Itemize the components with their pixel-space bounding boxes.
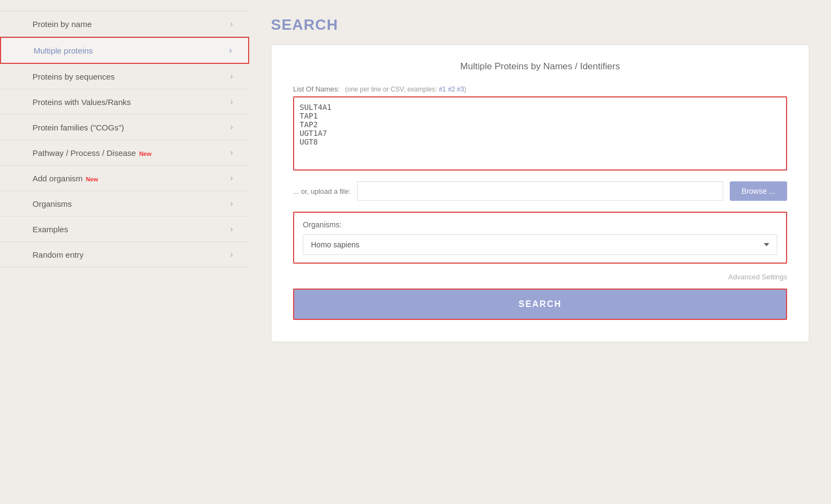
- sidebar-item-label: Proteins with Values/Ranks: [33, 97, 131, 107]
- chevron-right-icon: ›: [230, 122, 233, 132]
- names-label: List Of Names:: [293, 85, 340, 93]
- chevron-right-icon: ›: [230, 199, 233, 208]
- new-badge: New: [86, 176, 99, 182]
- names-textarea[interactable]: SULT4A1 TAP1 TAP2 UGT1A7 UGT8: [294, 97, 786, 168]
- advanced-settings-link[interactable]: Advanced Settings: [729, 273, 787, 281]
- sidebar-item-random-entry[interactable]: Random entry ›: [0, 242, 249, 267]
- search-card: Multiple Proteins by Names / Identifiers…: [271, 44, 809, 342]
- chevron-right-icon: ›: [229, 45, 232, 55]
- sidebar-item-label: Random entry: [33, 250, 83, 259]
- main-content: SEARCH Multiple Proteins by Names / Iden…: [249, 0, 831, 504]
- chevron-right-icon: ›: [230, 173, 233, 183]
- organisms-section: Organisms: Homo sapiens: [293, 212, 787, 264]
- sidebar: Protein by name › Multiple proteins › Pr…: [0, 0, 249, 504]
- sidebar-item-proteins-by-sequences[interactable]: Proteins by sequences ›: [0, 64, 249, 89]
- sidebar-item-label: Organisms: [33, 199, 72, 208]
- sidebar-item-organisms[interactable]: Organisms ›: [0, 191, 249, 217]
- organisms-select[interactable]: Homo sapiens: [303, 234, 777, 255]
- sidebar-item-protein-by-name[interactable]: Protein by name ›: [0, 11, 249, 37]
- chevron-right-icon: ›: [230, 19, 233, 29]
- sidebar-item-label: Proteins by sequences: [33, 72, 115, 81]
- new-badge: New: [139, 150, 152, 157]
- card-subtitle: Multiple Proteins by Names / Identifiers: [293, 61, 787, 72]
- page-title: SEARCH: [271, 16, 809, 34]
- search-button-wrapper: SEARCH: [293, 289, 787, 320]
- example-link-2[interactable]: #2: [448, 86, 455, 93]
- sidebar-item-label: Protein families ("COGs"): [33, 123, 124, 132]
- sidebar-item-examples[interactable]: Examples ›: [0, 217, 249, 242]
- example-link-1[interactable]: #1: [439, 86, 446, 93]
- advanced-settings-row: Advanced Settings: [293, 272, 787, 281]
- sidebar-item-label: Protein by name: [33, 19, 92, 29]
- chevron-right-icon: ›: [230, 224, 233, 234]
- sidebar-item-label: Examples: [33, 225, 68, 234]
- upload-label: ... or, upload a file:: [293, 187, 350, 195]
- names-hint: (one per line or CSV; examples: #1 #2 #3…: [345, 86, 466, 93]
- sidebar-item-proteins-with-values[interactable]: Proteins with Values/Ranks ›: [0, 89, 249, 115]
- sidebar-item-protein-families[interactable]: Protein families ("COGs") ›: [0, 115, 249, 140]
- search-button[interactable]: SEARCH: [294, 290, 786, 319]
- chevron-right-icon: ›: [230, 97, 233, 107]
- browse-button[interactable]: Browse ...: [730, 181, 787, 201]
- organisms-label: Organisms:: [303, 220, 777, 229]
- sidebar-item-label: Multiple proteins: [34, 46, 93, 55]
- chevron-right-icon: ›: [230, 71, 233, 81]
- sidebar-item-pathway-process-disease[interactable]: Pathway / Process / DiseaseNew ›: [0, 140, 249, 166]
- sidebar-item-multiple-proteins[interactable]: Multiple proteins ›: [0, 37, 249, 64]
- chevron-right-icon: ›: [230, 148, 233, 158]
- chevron-right-icon: ›: [230, 250, 233, 259]
- names-label-row: List Of Names: (one per line or CSV; exa…: [293, 85, 787, 93]
- upload-input[interactable]: [357, 181, 723, 201]
- names-section: List Of Names: (one per line or CSV; exa…: [293, 85, 787, 171]
- upload-row: ... or, upload a file: Browse ...: [293, 181, 787, 201]
- sidebar-item-add-organism[interactable]: Add organismNew ›: [0, 166, 249, 191]
- example-link-3[interactable]: #3: [457, 86, 464, 93]
- names-textarea-wrapper: SULT4A1 TAP1 TAP2 UGT1A7 UGT8: [293, 96, 787, 171]
- sidebar-item-label: Add organismNew: [33, 174, 98, 183]
- sidebar-item-label: Pathway / Process / DiseaseNew: [33, 148, 152, 158]
